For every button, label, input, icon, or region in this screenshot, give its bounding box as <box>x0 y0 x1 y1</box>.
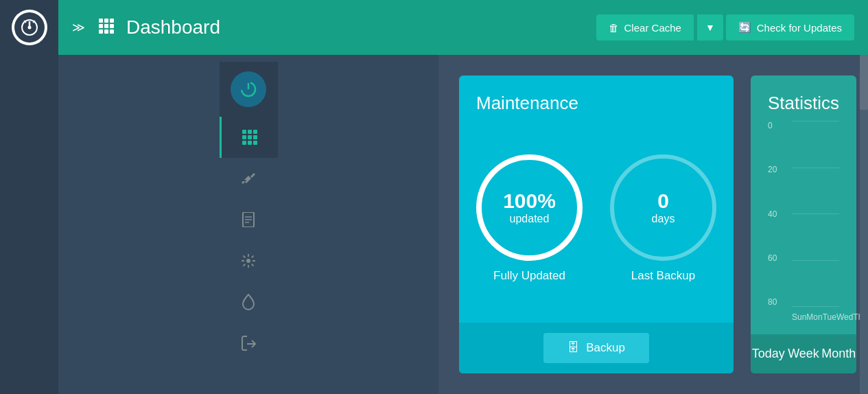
y-axis: 80 60 40 20 0 <box>768 121 777 307</box>
document-icon <box>242 212 255 227</box>
svg-rect-10 <box>110 24 114 28</box>
sidebar-item-logout[interactable] <box>220 323 278 364</box>
svg-rect-11 <box>99 30 103 34</box>
svg-rect-20 <box>248 135 252 139</box>
check-updates-button[interactable]: 🔄 Check for Updates <box>726 14 854 40</box>
chart-area: 80 60 40 20 0 <box>768 121 839 327</box>
backup-button-label: Backup <box>586 341 625 355</box>
statistics-card: Statistics 80 60 40 20 0 <box>751 76 856 373</box>
dashboard-icon <box>242 130 257 145</box>
svg-rect-22 <box>242 141 246 145</box>
stats-footer: Today Week Month <box>751 334 856 373</box>
nav-power-area <box>220 62 278 117</box>
logo-inner <box>14 12 45 43</box>
sidebar-item-dashboard[interactable] <box>220 117 278 158</box>
svg-rect-12 <box>104 30 108 34</box>
updated-circle-text: 100% updated <box>503 189 556 225</box>
circles-row: 100% updated Fully Updated 0 days <box>476 128 716 309</box>
svg-point-29 <box>246 259 250 263</box>
sidebar-item-settings[interactable] <box>220 158 278 199</box>
svg-rect-18 <box>253 130 257 134</box>
updated-label: Fully Updated <box>493 269 565 283</box>
svg-rect-5 <box>99 19 103 23</box>
svg-point-2 <box>27 26 31 30</box>
stats-tab-week[interactable]: Week <box>786 334 821 373</box>
backup-number: 0 <box>652 189 675 213</box>
x-label-sun: Sun <box>792 312 806 322</box>
y-label-60: 60 <box>768 253 777 263</box>
maintenance-title: Maintenance <box>476 93 578 114</box>
svg-rect-24 <box>253 141 257 145</box>
updated-circle: 100% updated <box>476 154 583 261</box>
sidebar-item-reports[interactable] <box>220 199 278 240</box>
grid-line-40 <box>792 213 839 214</box>
database-icon: 🗄 <box>567 341 579 355</box>
sidebar <box>0 0 58 394</box>
svg-rect-16 <box>242 130 246 134</box>
clear-cache-label: Clear Cache <box>624 22 681 34</box>
sidebar-nav <box>58 55 438 394</box>
grid-line-60 <box>792 167 839 168</box>
logo-area <box>0 0 58 55</box>
backup-sub: days <box>652 213 675 224</box>
logo-circle <box>12 10 47 45</box>
clear-cache-dropdown-button[interactable]: ▼ <box>696 14 723 40</box>
updated-number: 100% <box>503 189 556 213</box>
page-title: Dashboard <box>126 16 588 38</box>
logo-icon <box>20 18 39 37</box>
grid-line-80 <box>792 121 839 121</box>
svg-rect-13 <box>110 30 114 34</box>
check-updates-label: Check for Updates <box>757 22 842 34</box>
trash-icon: 🗑 <box>609 22 619 34</box>
page-body: Maintenance 100% updated Fully Updated <box>438 55 860 394</box>
header: ≫ Dashboard 🗑 Clear Cache ▼ 🔄 <box>58 0 868 55</box>
header-grid-icon <box>99 19 114 37</box>
chart-grid: 80 60 40 20 0 <box>768 121 839 327</box>
x-label-thu: Thu <box>853 312 860 322</box>
backup-section: 🗄 Backup <box>459 323 734 373</box>
backup-circle-text: 0 days <box>652 189 675 225</box>
updated-circle-item: 100% updated Fully Updated <box>476 154 583 283</box>
power-button[interactable] <box>231 71 266 107</box>
svg-rect-17 <box>248 130 252 134</box>
header-buttons: 🗑 Clear Cache ▼ 🔄 Check for Updates <box>596 14 854 40</box>
sidebar-item-drops[interactable] <box>220 281 278 323</box>
svg-rect-19 <box>242 135 246 139</box>
y-label-40: 40 <box>768 209 777 219</box>
svg-rect-7 <box>110 19 114 23</box>
main-content: ≫ Dashboard 🗑 Clear Cache ▼ 🔄 <box>58 0 868 394</box>
y-label-20: 20 <box>768 165 777 174</box>
clear-cache-button[interactable]: 🗑 Clear Cache <box>596 14 694 40</box>
svg-rect-9 <box>104 24 108 28</box>
backup-circle-item: 0 days Last Backup <box>610 154 716 283</box>
svg-rect-6 <box>104 19 108 23</box>
grid-line-20 <box>792 260 839 261</box>
refresh-icon: 🔄 <box>738 21 751 34</box>
svg-rect-21 <box>253 135 257 139</box>
y-label-80: 80 <box>768 297 777 307</box>
x-label-wed: Wed <box>836 312 853 322</box>
power-icon <box>239 80 258 99</box>
sidebar-toggle-icon[interactable]: ≫ <box>72 20 85 35</box>
svg-rect-23 <box>248 141 252 145</box>
x-axis: Sun Mon Tue Wed Thu Fri Sat <box>792 307 839 327</box>
sidebar-item-tools[interactable] <box>220 240 278 281</box>
scrollbar-thumb[interactable] <box>860 55 868 110</box>
tools-icon <box>241 253 256 268</box>
stats-tab-today[interactable]: Today <box>751 334 786 373</box>
backup-circle: 0 days <box>610 154 716 261</box>
scrollbar[interactable] <box>860 55 868 394</box>
backup-label: Last Backup <box>631 269 696 283</box>
chart-lines <box>792 121 839 307</box>
updated-sub: updated <box>510 213 550 224</box>
x-label-tue: Tue <box>823 312 836 322</box>
logout-icon <box>241 336 256 351</box>
svg-rect-8 <box>99 24 103 28</box>
x-label-mon: Mon <box>806 312 822 322</box>
stats-tab-month[interactable]: Month <box>821 334 856 373</box>
y-label-0: 0 <box>768 121 777 130</box>
statistics-title: Statistics <box>768 93 839 114</box>
wrench-icon <box>241 171 256 186</box>
droplet-icon <box>242 294 255 310</box>
backup-button[interactable]: 🗄 Backup <box>543 333 649 363</box>
